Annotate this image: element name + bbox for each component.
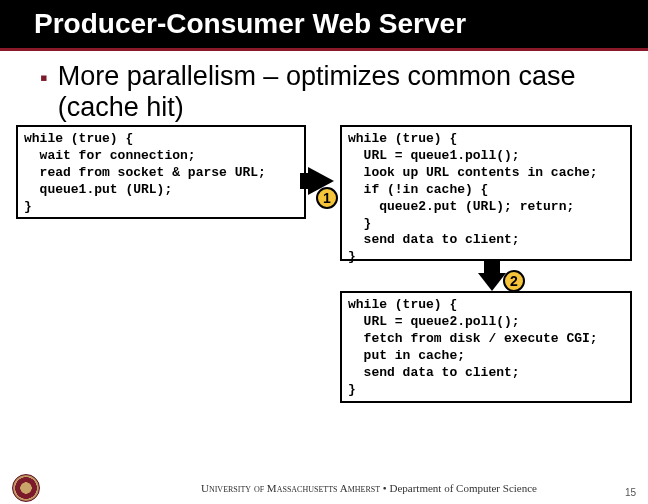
footer-dept: Department of Computer Science [389,482,537,494]
arrow-down-icon [478,273,506,291]
bullet-row: ▪ More parallelism – optimizes common ca… [0,51,648,125]
footer-university: University of Massachusetts Amherst [201,482,380,494]
badge-2: 2 [503,270,525,292]
code-box-consumer-cache: while (true) { URL = queue1.poll(); look… [340,125,632,261]
badge-1: 1 [316,187,338,209]
page-number: 15 [625,487,636,498]
bullet-icon: ▪ [40,65,48,91]
code-box-consumer-disk: while (true) { URL = queue2.poll(); fetc… [340,291,632,403]
bullet-text: More parallelism – optimizes common case… [58,61,628,123]
slide-title: Producer-Consumer Web Server [0,0,648,51]
footer: University of Massachusetts Amherst • De… [0,472,648,504]
diagram-area: while (true) { wait for connection; read… [0,125,648,425]
code-box-producer: while (true) { wait for connection; read… [16,125,306,219]
university-seal-icon [12,474,40,502]
footer-text: University of Massachusetts Amherst • De… [90,482,648,494]
